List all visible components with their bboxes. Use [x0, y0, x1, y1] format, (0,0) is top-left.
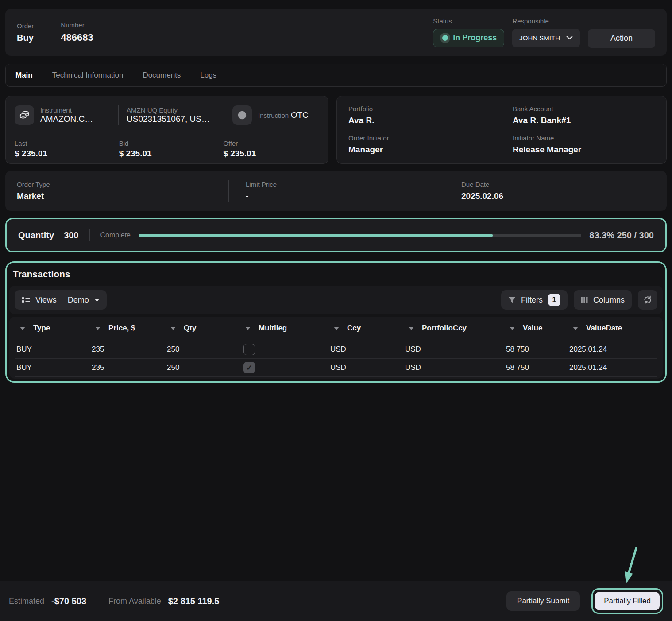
order-initiator-value: Manager [348, 145, 502, 155]
divider [215, 139, 215, 159]
order-initiator-label: Order Initiator [348, 134, 502, 142]
column-header-portfolioccy[interactable]: PortfolioCcy [403, 324, 504, 333]
divider [111, 139, 111, 159]
tab-logs[interactable]: Logs [200, 71, 216, 80]
tab-main[interactable]: Main [15, 71, 33, 80]
equity-label: AMZN UQ Equity [127, 106, 178, 114]
columns-label: Columns [593, 295, 625, 305]
quantity-value: 300 [64, 230, 78, 241]
estimated-value: -$70 503 [51, 596, 86, 606]
order-type-field: Order Type Market [17, 181, 228, 201]
table-row[interactable]: BUY 235 250 USD USD 58 750 2025.01.24 [15, 340, 657, 358]
responsible-select[interactable]: JOHN SMITH [512, 29, 580, 47]
sort-arrow-icon[interactable] [170, 327, 176, 330]
status-field: Status In Progress [433, 17, 504, 47]
initiator-name-field: Initiator Name Release Manager [502, 134, 655, 155]
views-select[interactable]: Views Demo [15, 290, 107, 310]
chevron-down-icon [566, 36, 573, 40]
sort-arrow-icon[interactable] [20, 327, 25, 330]
offer-label: Offer [223, 140, 319, 147]
initiator-name-label: Initiator Name [513, 134, 655, 142]
action-button[interactable]: Action [588, 29, 655, 48]
filters-button[interactable]: Filters 1 [501, 290, 568, 310]
initiator-name-value: Release Manager [513, 145, 655, 155]
quantity-progress-bar [139, 234, 581, 237]
cell-qty: 250 [165, 345, 240, 354]
cell-price: 235 [90, 363, 165, 372]
table-row[interactable]: BUY 235 250 USD USD 58 750 2025.01.24 [15, 358, 657, 377]
divider [444, 180, 444, 202]
status-label: Status [433, 17, 504, 25]
cell-value: 58 750 [504, 345, 568, 354]
cell-type: BUY [15, 345, 90, 354]
instrument-field: Instrument AMAZON.C… [40, 106, 110, 124]
sort-arrow-icon[interactable] [245, 327, 251, 330]
cell-portfolioccy: USD [403, 363, 504, 372]
estimated-label: Estimated [9, 597, 44, 606]
partially-filled-button[interactable]: Partially Filled [595, 592, 660, 610]
divider [47, 22, 47, 43]
sort-arrow-icon[interactable] [334, 327, 339, 330]
sort-arrow-icon[interactable] [409, 327, 414, 330]
quantity-label: Quantity [18, 230, 54, 241]
transactions-section: Transactions Views Demo Filters 1 [5, 261, 667, 383]
bank-account-field: Bank Account Ava R. Bank#1 [502, 105, 655, 125]
bid-quote-field: Bid $ 235.01 [119, 140, 215, 159]
order-label: Order [17, 22, 34, 30]
column-header-multileg[interactable]: Multileg [240, 324, 328, 333]
limit-price-label: Limit Price [246, 181, 444, 188]
portfolio-field: Portfolio Ava R. [348, 105, 502, 125]
column-header-valuedate[interactable]: ValueDate [568, 324, 657, 333]
filter-icon [508, 297, 516, 303]
multileg-checkbox[interactable] [243, 344, 255, 355]
partially-submit-button[interactable]: Partially Submit [506, 591, 580, 611]
last-label: Last [15, 140, 111, 147]
order-side-field: Order Buy [17, 22, 34, 43]
order-info-panel: Order Type Market Limit Price - Due Date… [5, 171, 667, 211]
sort-arrow-icon[interactable] [510, 327, 515, 330]
column-header-price[interactable]: Price, $ [90, 324, 165, 333]
instruction-icon [232, 105, 252, 125]
order-initiator-field: Order Initiator Manager [348, 134, 502, 155]
transactions-title: Transactions [9, 269, 663, 279]
filters-label: Filters [521, 295, 543, 305]
portfolio-panel: Portfolio Ava R. Bank Account Ava R. Ban… [336, 96, 667, 164]
divider [228, 180, 229, 202]
instruction-label: Instruction [258, 112, 289, 119]
column-header-ccy[interactable]: Ccy [328, 324, 403, 333]
due-date-label: Due Date [461, 181, 503, 188]
multileg-checkbox[interactable] [243, 362, 255, 373]
refresh-button[interactable] [638, 290, 657, 310]
status-badge: In Progress [433, 29, 504, 47]
tab-documents[interactable]: Documents [143, 71, 181, 80]
cell-qty: 250 [165, 363, 240, 372]
bid-value: $ 235.01 [119, 149, 215, 159]
column-header-qty[interactable]: Qty [165, 324, 240, 333]
columns-button[interactable]: Columns [574, 290, 632, 310]
cell-ccy: USD [328, 363, 403, 372]
tab-technical-information[interactable]: Technical Information [52, 71, 124, 80]
bank-account-label: Bank Account [513, 105, 655, 113]
equity-isin-value: US0231351067, US… [127, 114, 210, 124]
sort-arrow-icon[interactable] [573, 327, 578, 330]
quantity-progress-text: 83.3% 250 / 300 [589, 230, 654, 241]
caret-down-icon [94, 299, 100, 302]
instrument-label: Instrument [40, 106, 72, 114]
columns-icon [581, 296, 588, 303]
limit-price-field: Limit Price - [246, 181, 444, 201]
instruction-field: Instruction OTC [258, 110, 309, 120]
due-date-field: Due Date 2025.02.06 [461, 181, 503, 201]
portfolio-label: Portfolio [348, 105, 502, 113]
column-header-type[interactable]: Type [15, 324, 90, 333]
views-label: Views [35, 295, 57, 305]
equity-field: AMZN UQ Equity US0231351067, US… [127, 106, 216, 124]
responsible-value: JOHN SMITH [519, 34, 560, 42]
order-side-value: Buy [17, 33, 34, 43]
column-header-value[interactable]: Value [504, 324, 568, 333]
active-view-name: Demo [68, 295, 89, 305]
filters-count-badge: 1 [548, 294, 560, 306]
responsible-field: Responsible JOHN SMITH [512, 17, 580, 47]
list-view-icon [22, 296, 30, 303]
sort-arrow-icon[interactable] [95, 327, 100, 330]
transactions-toolbar: Views Demo Filters 1 Columns [9, 286, 663, 314]
